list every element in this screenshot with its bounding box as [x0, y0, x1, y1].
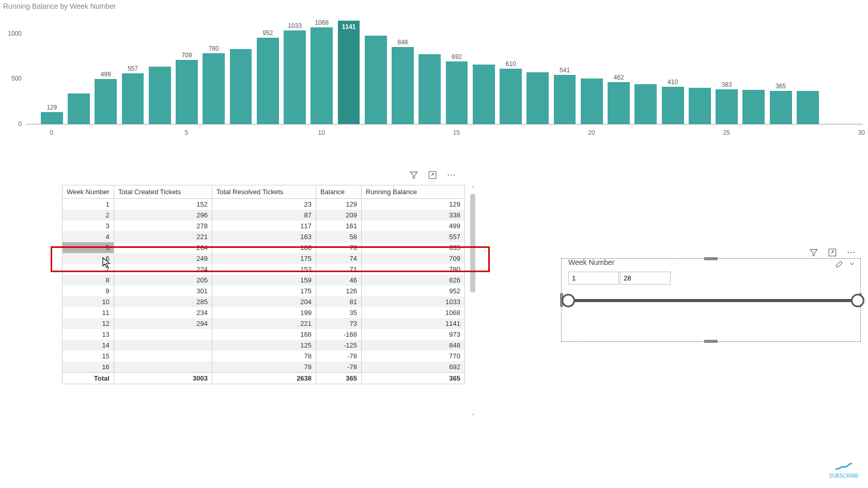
table-cell[interactable]: 159: [212, 275, 316, 286]
table-cell[interactable]: 199: [212, 307, 316, 318]
table-cell[interactable]: 8: [63, 275, 114, 286]
table-row[interactable]: 12294221731141: [63, 318, 465, 329]
table-cell[interactable]: 249: [114, 253, 212, 264]
chart-bar[interactable]: [473, 65, 495, 124]
table-cell[interactable]: 87: [212, 210, 316, 221]
table-row[interactable]: 11234199351068: [63, 307, 465, 318]
table-cell[interactable]: 78: [212, 351, 316, 361]
chart-bar[interactable]: 709: [176, 60, 198, 124]
eraser-icon[interactable]: [835, 260, 843, 270]
slicer-slider[interactable]: [568, 299, 858, 302]
column-header[interactable]: Total Created Tickets: [114, 185, 212, 199]
table-cell[interactable]: 338: [362, 210, 465, 221]
filter-icon[interactable]: [409, 170, 419, 180]
table-cell[interactable]: 7: [63, 264, 114, 275]
table-row[interactable]: 526418678635: [63, 242, 465, 253]
table-cell[interactable]: 848: [362, 340, 465, 351]
chart-bar[interactable]: 557: [122, 73, 144, 124]
column-header[interactable]: Total Resolved Tickets: [212, 185, 316, 199]
more-icon[interactable]: [446, 170, 456, 180]
table-cell[interactable]: 1033: [362, 296, 465, 307]
chart-bar[interactable]: [149, 67, 171, 124]
table-cell[interactable]: 1068: [362, 307, 465, 318]
chart-bar[interactable]: 780: [203, 53, 225, 124]
chart-bar[interactable]: [526, 72, 549, 124]
table-cell[interactable]: 163: [212, 231, 316, 242]
chart-bar[interactable]: 499: [95, 79, 117, 124]
table-cell[interactable]: 205: [114, 275, 212, 286]
table-cell[interactable]: 186: [212, 242, 316, 253]
table-row[interactable]: 229687209338: [63, 210, 465, 221]
table-cell[interactable]: 557: [362, 231, 465, 242]
table-cell[interactable]: 4: [63, 231, 114, 242]
focus-icon[interactable]: [428, 170, 437, 180]
chart-bar[interactable]: [419, 54, 441, 124]
chart-bar[interactable]: [365, 36, 387, 124]
table-cell[interactable]: [114, 329, 212, 340]
chart-bar[interactable]: 383: [716, 89, 738, 124]
table-cell[interactable]: [114, 361, 212, 373]
chart-bar[interactable]: [230, 49, 252, 124]
table-cell[interactable]: 635: [362, 242, 465, 253]
table-cell[interactable]: 14: [63, 340, 114, 351]
table-cell[interactable]: [114, 351, 212, 361]
filter-icon[interactable]: [809, 248, 818, 257]
table-cell[interactable]: 5: [63, 242, 114, 253]
table-cell[interactable]: 126: [316, 286, 362, 296]
scroll-up-icon[interactable]: ˄: [470, 186, 475, 191]
table-cell[interactable]: -78: [316, 361, 362, 373]
table-cell[interactable]: 73: [316, 318, 362, 329]
table-cell[interactable]: 296: [114, 210, 212, 221]
bar-chart[interactable]: Running Balance by Week Number 05001000 …: [0, 0, 868, 137]
table-cell[interactable]: -168: [316, 329, 362, 340]
chart-bar[interactable]: [797, 91, 819, 124]
table-cell[interactable]: 81: [316, 296, 362, 307]
table-cell[interactable]: 209: [316, 210, 362, 221]
table-row[interactable]: 10285204811033: [63, 296, 465, 307]
table-cell[interactable]: -78: [316, 351, 362, 361]
table-cell[interactable]: [114, 340, 212, 351]
week-number-slicer[interactable]: Week Number: [568, 258, 858, 336]
table-cell[interactable]: 23: [212, 199, 316, 210]
table-cell[interactable]: 74: [316, 253, 362, 264]
table-cell[interactable]: 152: [114, 199, 212, 210]
table-cell[interactable]: 1141: [362, 318, 465, 329]
scroll-thumb[interactable]: [470, 194, 475, 292]
table-row[interactable]: 422116358557: [63, 231, 465, 242]
table-cell[interactable]: 221: [114, 231, 212, 242]
table-cell[interactable]: 234: [114, 307, 212, 318]
table-cell[interactable]: 125: [212, 340, 316, 351]
chart-plot-area[interactable]: 1294995577097809521033106811418486926105…: [26, 21, 863, 124]
table-row[interactable]: 9301175126952: [63, 286, 465, 296]
column-header[interactable]: Running Balance: [362, 185, 465, 199]
table-cell[interactable]: 9: [63, 286, 114, 296]
table-cell[interactable]: 264: [114, 242, 212, 253]
table-cell[interactable]: 6: [63, 253, 114, 264]
chart-bar[interactable]: 541: [554, 75, 576, 124]
table-cell[interactable]: 117: [212, 221, 316, 231]
table-cell[interactable]: 709: [362, 253, 465, 264]
table-cell[interactable]: 278: [114, 221, 212, 231]
table-cell[interactable]: 285: [114, 296, 212, 307]
table-cell[interactable]: 952: [362, 286, 465, 296]
table-cell[interactable]: 35: [316, 307, 362, 318]
table-row[interactable]: 1678-78692: [63, 361, 465, 373]
table-row[interactable]: 624917574709: [63, 253, 465, 264]
slider-min-knob[interactable]: [562, 294, 575, 307]
table-cell[interactable]: 2: [63, 210, 114, 221]
table-row[interactable]: 115223129129: [63, 199, 465, 210]
table-row[interactable]: 14125-125848: [63, 340, 465, 351]
chart-bar[interactable]: [581, 78, 603, 124]
chart-bar[interactable]: 1033: [284, 30, 306, 124]
table-cell[interactable]: 161: [316, 221, 362, 231]
scroll-down-icon[interactable]: ˅: [470, 414, 475, 419]
slicer-max-input[interactable]: [620, 272, 671, 285]
slider-max-knob[interactable]: [851, 294, 864, 307]
chart-bar[interactable]: [68, 93, 90, 124]
chart-bar[interactable]: [634, 84, 657, 124]
table-cell[interactable]: 224: [114, 264, 212, 275]
table-cell[interactable]: 770: [362, 351, 465, 361]
chart-bar[interactable]: 365: [770, 91, 792, 124]
table-cell[interactable]: 153: [212, 264, 316, 275]
table-cell[interactable]: 71: [316, 264, 362, 275]
